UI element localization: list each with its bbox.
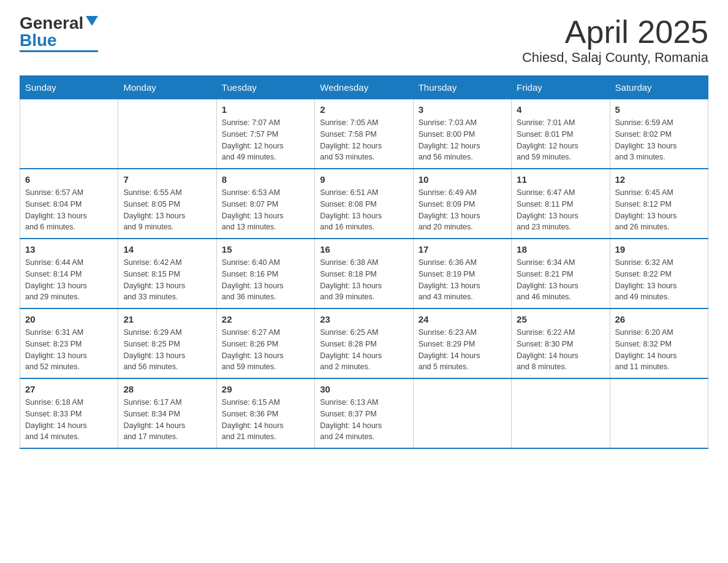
calendar-week-row: 20Sunrise: 6:31 AM Sunset: 8:23 PM Dayli… (20, 308, 708, 378)
calendar-cell: 27Sunrise: 6:18 AM Sunset: 8:33 PM Dayli… (20, 378, 118, 448)
calendar-cell: 14Sunrise: 6:42 AM Sunset: 8:15 PM Dayli… (118, 239, 216, 308)
calendar-cell (610, 378, 708, 448)
day-number: 22 (222, 314, 309, 324)
calendar-body: 1Sunrise: 7:07 AM Sunset: 7:57 PM Daylig… (20, 99, 708, 449)
logo-general-text: General (20, 15, 83, 32)
day-info: Sunrise: 6:42 AM Sunset: 8:15 PM Dayligh… (123, 257, 211, 303)
day-info: Sunrise: 6:59 AM Sunset: 8:02 PM Dayligh… (615, 117, 703, 163)
day-info: Sunrise: 6:31 AM Sunset: 8:23 PM Dayligh… (25, 327, 113, 373)
calendar-cell: 7Sunrise: 6:55 AM Sunset: 8:05 PM Daylig… (118, 169, 216, 239)
calendar-cell: 4Sunrise: 7:01 AM Sunset: 8:01 PM Daylig… (512, 99, 610, 169)
day-info: Sunrise: 6:29 AM Sunset: 8:25 PM Dayligh… (123, 327, 211, 373)
day-info: Sunrise: 6:18 AM Sunset: 8:33 PM Dayligh… (25, 397, 113, 443)
day-number: 11 (517, 174, 604, 185)
day-info: Sunrise: 6:53 AM Sunset: 8:07 PM Dayligh… (222, 187, 309, 233)
calendar-cell: 30Sunrise: 6:13 AM Sunset: 8:37 PM Dayli… (315, 378, 413, 448)
calendar-cell: 12Sunrise: 6:45 AM Sunset: 8:12 PM Dayli… (610, 169, 708, 239)
day-number: 4 (517, 104, 604, 115)
day-info: Sunrise: 6:45 AM Sunset: 8:12 PM Dayligh… (615, 187, 703, 233)
calendar-cell: 18Sunrise: 6:34 AM Sunset: 8:21 PM Dayli… (512, 239, 610, 308)
calendar-day-header: Tuesday (216, 76, 314, 99)
calendar-cell: 8Sunrise: 6:53 AM Sunset: 8:07 PM Daylig… (216, 169, 314, 239)
day-info: Sunrise: 6:40 AM Sunset: 8:16 PM Dayligh… (222, 257, 309, 303)
day-number: 6 (25, 174, 113, 185)
day-number: 19 (615, 244, 703, 255)
day-info: Sunrise: 6:15 AM Sunset: 8:36 PM Dayligh… (222, 397, 309, 443)
calendar-cell: 15Sunrise: 6:40 AM Sunset: 8:16 PM Dayli… (216, 239, 314, 308)
day-number: 7 (123, 174, 211, 185)
day-info: Sunrise: 6:51 AM Sunset: 8:08 PM Dayligh… (320, 187, 408, 233)
day-number: 30 (320, 384, 408, 394)
day-info: Sunrise: 7:03 AM Sunset: 8:00 PM Dayligh… (419, 117, 506, 163)
logo-triangle-icon (86, 16, 98, 26)
day-info: Sunrise: 6:27 AM Sunset: 8:26 PM Dayligh… (222, 327, 309, 373)
day-number: 12 (615, 174, 703, 185)
day-info: Sunrise: 7:01 AM Sunset: 8:01 PM Dayligh… (517, 117, 604, 163)
day-number: 23 (320, 314, 408, 324)
day-number: 25 (517, 314, 604, 324)
calendar-cell: 10Sunrise: 6:49 AM Sunset: 8:09 PM Dayli… (413, 169, 511, 239)
calendar-header-row: SundayMondayTuesdayWednesdayThursdayFrid… (20, 76, 708, 99)
day-number: 15 (222, 244, 309, 255)
calendar-day-header: Saturday (610, 76, 708, 99)
logo-blue-text: Blue (20, 32, 57, 49)
day-info: Sunrise: 6:36 AM Sunset: 8:19 PM Dayligh… (419, 257, 506, 303)
day-info: Sunrise: 6:17 AM Sunset: 8:34 PM Dayligh… (123, 397, 211, 443)
calendar-cell: 25Sunrise: 6:22 AM Sunset: 8:30 PM Dayli… (512, 308, 610, 378)
calendar-day-header: Sunday (20, 76, 118, 99)
calendar-cell: 17Sunrise: 6:36 AM Sunset: 8:19 PM Dayli… (413, 239, 511, 308)
calendar-cell: 28Sunrise: 6:17 AM Sunset: 8:34 PM Dayli… (118, 378, 216, 448)
day-number: 29 (222, 384, 309, 394)
page-header: General Blue April 2025 Chiesd, Salaj Co… (20, 15, 708, 66)
day-info: Sunrise: 6:57 AM Sunset: 8:04 PM Dayligh… (25, 187, 113, 233)
calendar-table: SundayMondayTuesdayWednesdayThursdayFrid… (20, 75, 708, 449)
day-info: Sunrise: 6:25 AM Sunset: 8:28 PM Dayligh… (320, 327, 408, 373)
day-number: 21 (123, 314, 211, 324)
calendar-day-header: Monday (118, 76, 216, 99)
calendar-cell: 22Sunrise: 6:27 AM Sunset: 8:26 PM Dayli… (216, 308, 314, 378)
calendar-cell (413, 378, 511, 448)
day-number: 1 (222, 104, 309, 115)
calendar-day-header: Wednesday (315, 76, 413, 99)
day-info: Sunrise: 7:05 AM Sunset: 7:58 PM Dayligh… (320, 117, 408, 163)
calendar-cell: 11Sunrise: 6:47 AM Sunset: 8:11 PM Dayli… (512, 169, 610, 239)
calendar-cell (20, 99, 118, 169)
calendar-week-row: 6Sunrise: 6:57 AM Sunset: 8:04 PM Daylig… (20, 169, 708, 239)
calendar-cell: 21Sunrise: 6:29 AM Sunset: 8:25 PM Dayli… (118, 308, 216, 378)
day-number: 9 (320, 174, 408, 185)
day-info: Sunrise: 6:55 AM Sunset: 8:05 PM Dayligh… (123, 187, 211, 233)
day-number: 3 (419, 104, 506, 115)
calendar-week-row: 1Sunrise: 7:07 AM Sunset: 7:57 PM Daylig… (20, 99, 708, 169)
calendar-cell: 23Sunrise: 6:25 AM Sunset: 8:28 PM Dayli… (315, 308, 413, 378)
day-info: Sunrise: 6:44 AM Sunset: 8:14 PM Dayligh… (25, 257, 113, 303)
day-info: Sunrise: 6:49 AM Sunset: 8:09 PM Dayligh… (419, 187, 506, 233)
calendar-cell (512, 378, 610, 448)
calendar-cell: 2Sunrise: 7:05 AM Sunset: 7:58 PM Daylig… (315, 99, 413, 169)
day-info: Sunrise: 6:22 AM Sunset: 8:30 PM Dayligh… (517, 327, 604, 373)
calendar-cell: 20Sunrise: 6:31 AM Sunset: 8:23 PM Dayli… (20, 308, 118, 378)
calendar-week-row: 27Sunrise: 6:18 AM Sunset: 8:33 PM Dayli… (20, 378, 708, 448)
day-number: 28 (123, 384, 211, 394)
calendar-cell: 3Sunrise: 7:03 AM Sunset: 8:00 PM Daylig… (413, 99, 511, 169)
day-number: 14 (123, 244, 211, 255)
day-number: 5 (615, 104, 703, 115)
day-info: Sunrise: 7:07 AM Sunset: 7:57 PM Dayligh… (222, 117, 309, 163)
day-info: Sunrise: 6:47 AM Sunset: 8:11 PM Dayligh… (517, 187, 604, 233)
day-info: Sunrise: 6:13 AM Sunset: 8:37 PM Dayligh… (320, 397, 408, 443)
day-number: 10 (419, 174, 506, 185)
calendar-cell: 5Sunrise: 6:59 AM Sunset: 8:02 PM Daylig… (610, 99, 708, 169)
calendar-cell: 26Sunrise: 6:20 AM Sunset: 8:32 PM Dayli… (610, 308, 708, 378)
calendar-title-block: April 2025 Chiesd, Salaj County, Romania (522, 15, 708, 66)
day-number: 16 (320, 244, 408, 255)
logo-underline (20, 50, 98, 52)
logo: General Blue (20, 15, 98, 52)
calendar-day-header: Friday (512, 76, 610, 99)
calendar-cell: 6Sunrise: 6:57 AM Sunset: 8:04 PM Daylig… (20, 169, 118, 239)
day-number: 18 (517, 244, 604, 255)
day-number: 2 (320, 104, 408, 115)
calendar-cell: 16Sunrise: 6:38 AM Sunset: 8:18 PM Dayli… (315, 239, 413, 308)
day-number: 13 (25, 244, 113, 255)
day-info: Sunrise: 6:32 AM Sunset: 8:22 PM Dayligh… (615, 257, 703, 303)
day-info: Sunrise: 6:34 AM Sunset: 8:21 PM Dayligh… (517, 257, 604, 303)
calendar-cell: 29Sunrise: 6:15 AM Sunset: 8:36 PM Dayli… (216, 378, 314, 448)
